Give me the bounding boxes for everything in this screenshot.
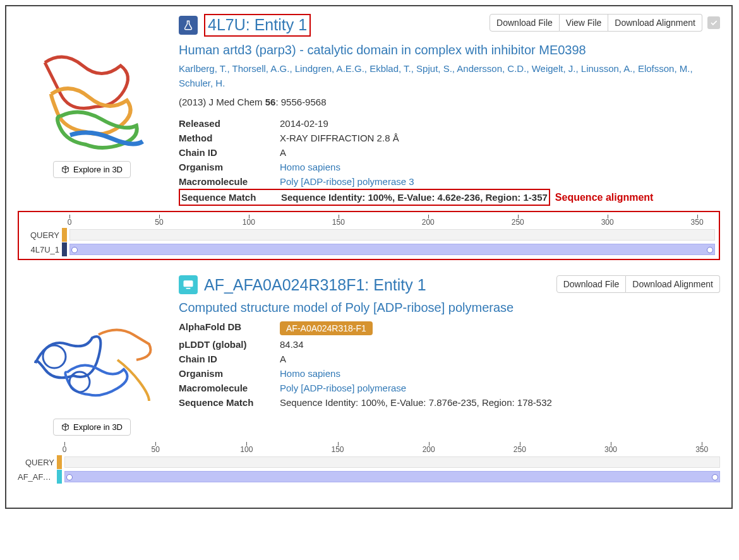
structure-thumbnail[interactable]	[23, 298, 162, 415]
query-label: QUERY	[18, 458, 57, 467]
author-list: Karlberg, T., Thorsell, A.G., Lindgren, …	[179, 62, 720, 90]
author-link[interactable]: Karlberg, T.	[179, 63, 227, 74]
annotation-label: Sequence alignment	[555, 192, 654, 203]
download-alignment-button[interactable]: Download Alignment	[626, 275, 720, 293]
info-value: X-RAY DIFFRACTION 2.8 Å	[280, 133, 399, 143]
info-label: Organism	[179, 366, 280, 381]
entry-subtitle[interactable]: Computed structure model of Poly [ADP-ri…	[179, 299, 720, 316]
entry-title-link[interactable]: 4L7U: Entity 1	[208, 16, 307, 33]
alphafold-badge[interactable]: AF-A0A024R318-F1	[280, 321, 373, 335]
info-link[interactable]: Poly [ADP-ribose] polymerase 3	[280, 176, 414, 187]
info-link[interactable]: Poly [ADP-ribose] polymerase	[280, 383, 406, 393]
info-value: Sequence Identity: 100%, E-Value: 4.62e-…	[281, 192, 548, 203]
subject-label: AF_AFA...	[18, 472, 57, 482]
info-label: Released	[179, 116, 280, 131]
search-result-entry: AF_AFA0A024R318F1: Entity 1Download File…	[18, 275, 720, 484]
query-color-strip	[62, 228, 67, 242]
info-value: Sequence Identity: 100%, E-Value: 7.876e…	[280, 397, 552, 408]
svg-point-3	[69, 372, 90, 392]
author-link[interactable]: Elofsson, M.	[638, 63, 690, 74]
download-file-button[interactable]: Download File	[490, 14, 560, 32]
info-label: Macromolecule	[179, 381, 280, 395]
query-track[interactable]	[64, 456, 720, 468]
info-value: 2014-02-19	[280, 118, 328, 129]
query-label: QUERY	[23, 230, 62, 240]
author-link[interactable]: Spjut, S.	[416, 63, 452, 74]
subject-color-strip	[57, 470, 62, 484]
monitor-icon	[179, 275, 198, 294]
explore-3d-button[interactable]: Explore in 3D	[53, 419, 131, 436]
info-table: AlphaFold DBAF-A0A024R318-F1pLDDT (globa…	[179, 319, 720, 410]
info-label: Chain ID	[179, 145, 280, 160]
svg-rect-1	[186, 288, 191, 289]
view-file-button[interactable]: View File	[560, 14, 609, 32]
entry-subtitle[interactable]: Human artd3 (parp3) - catalytic domain i…	[179, 42, 720, 58]
explore-3d-button[interactable]: Explore in 3D	[53, 161, 131, 178]
query-color-strip	[57, 455, 62, 469]
query-track[interactable]	[69, 229, 715, 241]
author-link[interactable]: Andersson, C.D.	[457, 63, 526, 74]
info-value: A	[280, 147, 286, 158]
info-label: Chain ID	[179, 352, 280, 366]
entry-title-link[interactable]: AF_AFA0A024R318F1: Entity 1	[204, 275, 426, 294]
author-link[interactable]: Ekblad, T.	[370, 63, 411, 74]
info-link[interactable]: Homo sapiens	[280, 162, 340, 172]
download-file-button[interactable]: Download File	[556, 275, 627, 293]
info-value: 84.34	[280, 339, 304, 350]
alignment-viewer[interactable]: 050100150200250300350QUERYAF_AFA...	[18, 441, 720, 484]
subject-track[interactable]	[69, 244, 715, 255]
info-label: Macromolecule	[179, 174, 280, 189]
author-link[interactable]: Linusson, A.	[581, 63, 633, 74]
info-label: Organism	[179, 160, 280, 174]
flask-icon	[179, 16, 198, 35]
svg-point-2	[43, 345, 66, 368]
subject-color-strip	[62, 242, 67, 256]
select-entry-checkbox[interactable]	[707, 16, 720, 29]
citation-text: (2013) J Med Chem 56: 9556-9568	[179, 97, 720, 107]
subject-track[interactable]	[64, 471, 720, 482]
author-link[interactable]: Thorsell, A.G.	[232, 63, 290, 74]
subject-label: 4L7U_1	[23, 245, 62, 254]
download-alignment-button[interactable]: Download Alignment	[608, 14, 702, 32]
author-link[interactable]: Schuler, H.	[179, 78, 225, 88]
info-table: Released2014-02-19MethodX-RAY DIFFRACTIO…	[179, 116, 720, 206]
structure-thumbnail[interactable]	[23, 40, 162, 157]
info-link[interactable]: Homo sapiens	[280, 368, 340, 379]
author-link[interactable]: Lindgren, A.E.G.	[295, 63, 364, 74]
alignment-viewer[interactable]: 050100150200250300350QUERY4L7U_1	[18, 211, 720, 260]
info-label: Method	[179, 131, 280, 145]
info-value: A	[280, 354, 286, 364]
svg-rect-0	[184, 280, 193, 287]
search-result-entry: 4L7U: Entity 1Download FileView FileDown…	[18, 14, 720, 260]
info-label: pLDDT (global)	[179, 337, 280, 352]
author-link[interactable]: Weigelt, J.	[532, 63, 576, 74]
info-label: AlphaFold DB	[179, 319, 280, 337]
info-label: Sequence Match	[179, 395, 280, 410]
